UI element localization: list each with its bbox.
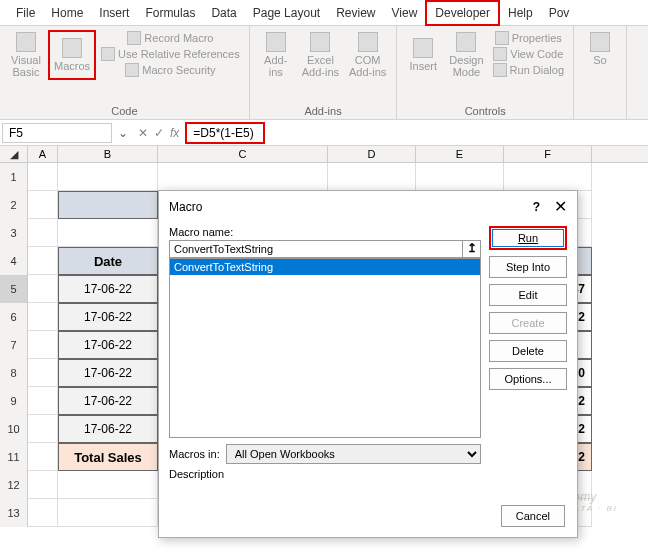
col-b[interactable]: B — [58, 146, 158, 162]
run-button[interactable]: Run — [489, 226, 567, 250]
cell[interactable] — [58, 219, 158, 247]
design-mode-button[interactable]: Design Mode — [445, 30, 487, 80]
tab-help[interactable]: Help — [500, 2, 541, 24]
visual-basic-button[interactable]: Visual Basic — [6, 30, 46, 80]
row-9[interactable]: 9 — [0, 387, 28, 415]
macros-icon — [62, 38, 82, 58]
cell[interactable] — [28, 387, 58, 415]
cell[interactable] — [416, 163, 504, 191]
relative-refs-button[interactable]: Use Relative References — [98, 46, 243, 62]
formula-input[interactable]: =D5*(1-E5) — [185, 122, 265, 144]
options-button[interactable]: Options... — [489, 368, 567, 390]
macro-list-item[interactable]: ConvertToTextString — [170, 259, 480, 275]
name-box-dropdown[interactable]: ⌄ — [114, 126, 132, 140]
com-addins-button[interactable]: COM Add-ins — [345, 30, 390, 80]
cell[interactable] — [28, 219, 58, 247]
date-cell[interactable]: 17-06-22 — [58, 359, 158, 387]
row-10[interactable]: 10 — [0, 415, 28, 443]
tab-insert[interactable]: Insert — [91, 2, 137, 24]
close-button[interactable]: ✕ — [554, 197, 567, 216]
row-4[interactable]: 4 — [0, 247, 28, 275]
excel-addins-icon — [310, 32, 330, 52]
row-11[interactable]: 11 — [0, 443, 28, 471]
insert-control-button[interactable]: Insert — [403, 30, 443, 80]
cell[interactable] — [58, 471, 158, 499]
run-dialog-button[interactable]: Run Dialog — [490, 62, 567, 78]
date-cell[interactable]: 17-06-22 — [58, 303, 158, 331]
enter-formula-icon[interactable]: ✓ — [154, 126, 164, 140]
tab-view[interactable]: View — [384, 2, 426, 24]
macro-list[interactable]: ConvertToTextString — [169, 258, 481, 438]
col-a[interactable]: A — [28, 146, 58, 162]
cancel-button[interactable]: Cancel — [501, 505, 565, 527]
name-box[interactable]: F5 — [2, 123, 112, 143]
date-cell[interactable]: 17-06-22 — [58, 387, 158, 415]
cell[interactable] — [58, 499, 158, 527]
date-cell[interactable]: 17-06-22 — [58, 331, 158, 359]
cell[interactable] — [58, 163, 158, 191]
row-12[interactable]: 12 — [0, 471, 28, 499]
cell[interactable] — [328, 163, 416, 191]
macro-security-button[interactable]: Macro Security — [98, 62, 243, 78]
macros-in-select[interactable]: All Open Workbooks — [226, 444, 481, 464]
date-cell[interactable]: 17-06-22 — [58, 275, 158, 303]
create-button: Create — [489, 312, 567, 334]
step-into-button[interactable]: Step Into — [489, 256, 567, 278]
cell[interactable] — [28, 499, 58, 527]
cell[interactable] — [28, 471, 58, 499]
total-label[interactable]: Total Sales — [58, 443, 158, 471]
macro-name-input[interactable] — [169, 240, 463, 258]
row-8[interactable]: 8 — [0, 359, 28, 387]
cell[interactable] — [28, 275, 58, 303]
com-addins-icon — [358, 32, 378, 52]
tab-review[interactable]: Review — [328, 2, 383, 24]
view-code-button[interactable]: View Code — [490, 46, 567, 62]
addins-button[interactable]: Add- ins — [256, 30, 296, 80]
tab-data[interactable]: Data — [203, 2, 244, 24]
group-label-code: Code — [6, 105, 243, 117]
row-5[interactable]: 5 — [0, 275, 28, 303]
cell[interactable] — [28, 359, 58, 387]
help-button[interactable]: ? — [533, 200, 540, 214]
cell[interactable] — [28, 415, 58, 443]
col-e[interactable]: E — [416, 146, 504, 162]
tab-home[interactable]: Home — [43, 2, 91, 24]
fx-icon[interactable]: fx — [170, 126, 179, 140]
tab-page-layout[interactable]: Page Layout — [245, 2, 328, 24]
cell[interactable] — [28, 247, 58, 275]
cell[interactable] — [28, 443, 58, 471]
select-all[interactable]: ◢ — [0, 146, 28, 162]
row-13[interactable]: 13 — [0, 499, 28, 527]
delete-button[interactable]: Delete — [489, 340, 567, 362]
row-7[interactable]: 7 — [0, 331, 28, 359]
cancel-formula-icon[interactable]: ✕ — [138, 126, 148, 140]
properties-button[interactable]: Properties — [490, 30, 567, 46]
cell[interactable] — [28, 303, 58, 331]
cell[interactable] — [28, 191, 58, 219]
date-cell[interactable]: 17-06-22 — [58, 415, 158, 443]
source-button[interactable]: So — [580, 30, 620, 68]
macros-button[interactable]: Macros — [48, 30, 96, 80]
col-d[interactable]: D — [328, 146, 416, 162]
collapse-arrow-icon[interactable]: ↥ — [463, 240, 481, 258]
col-f[interactable]: F — [504, 146, 592, 162]
row-1[interactable]: 1 — [0, 163, 28, 191]
record-macro-button[interactable]: Record Macro — [98, 30, 243, 46]
cell[interactable] — [28, 163, 58, 191]
tab-developer[interactable]: Developer — [425, 0, 500, 26]
edit-button[interactable]: Edit — [489, 284, 567, 306]
cell[interactable] — [158, 163, 328, 191]
cell[interactable] — [504, 163, 592, 191]
cell[interactable] — [58, 191, 158, 219]
tab-file[interactable]: File — [8, 2, 43, 24]
tab-overflow[interactable]: Pov — [541, 2, 578, 24]
excel-addins-button[interactable]: Excel Add-ins — [298, 30, 343, 80]
col-c[interactable]: C — [158, 146, 328, 162]
relative-icon — [101, 47, 115, 61]
row-3[interactable]: 3 — [0, 219, 28, 247]
cell[interactable] — [28, 331, 58, 359]
row-2[interactable]: 2 — [0, 191, 28, 219]
row-6[interactable]: 6 — [0, 303, 28, 331]
tab-formulas[interactable]: Formulas — [137, 2, 203, 24]
header-date[interactable]: Date — [58, 247, 158, 275]
